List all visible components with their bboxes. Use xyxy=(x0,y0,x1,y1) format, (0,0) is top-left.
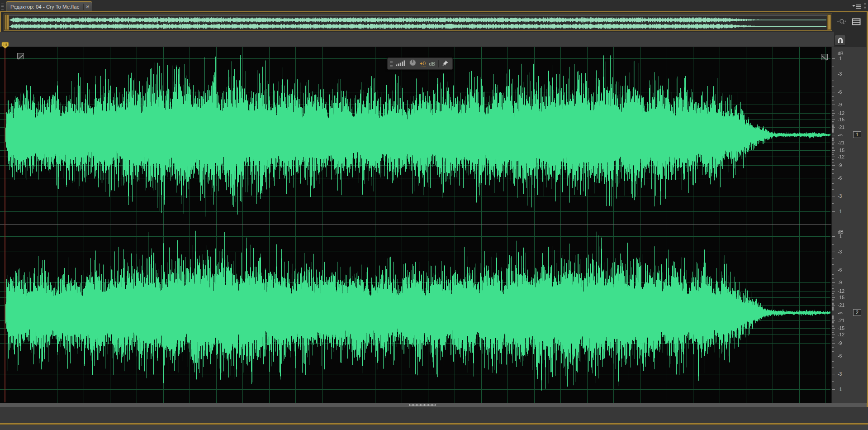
navigator-right-handle[interactable] xyxy=(827,14,831,30)
db-label: -12 xyxy=(838,288,844,294)
transport-bar: 0:00.000 xyxy=(0,407,868,423)
db-label: -6 xyxy=(838,353,842,358)
playhead-handle[interactable] xyxy=(1,42,9,51)
panel-drag-handle[interactable] xyxy=(1,3,4,10)
volume-hud[interactable]: +0 dB xyxy=(387,57,453,70)
db-label: -12 xyxy=(838,332,844,337)
timeline-ruler[interactable]: чмс 0:05,00:10,00:15,00:20,00:25,00:30,0… xyxy=(0,32,834,47)
overview-navigator[interactable] xyxy=(4,14,832,31)
db-label: -15 xyxy=(838,117,844,122)
panel-focus-border-top xyxy=(0,11,868,12)
db-label: -12 xyxy=(838,110,844,116)
db-label: -21 xyxy=(838,140,844,145)
navigator-left-handle[interactable] xyxy=(5,14,9,30)
db-label: -3 xyxy=(838,193,842,199)
gain-unit-label: dB xyxy=(429,61,435,67)
level-bars-icon xyxy=(396,60,406,68)
panel-list-icon[interactable] xyxy=(852,18,862,28)
playhead-line[interactable] xyxy=(5,47,5,402)
db-label: -9 xyxy=(838,340,842,346)
db-label: -15 xyxy=(838,148,844,153)
db-label: -6 xyxy=(838,175,842,181)
db-label: -3 xyxy=(838,249,842,254)
db-label: -1 xyxy=(838,209,842,214)
zoom-out-magnifier-icon[interactable] xyxy=(837,18,846,28)
channel-divider[interactable] xyxy=(0,224,831,225)
pushpin-icon[interactable] xyxy=(442,60,449,68)
tab-title: Редактор: 04 - Cry To Me.flac xyxy=(10,4,79,10)
db-label: -15 xyxy=(838,295,844,300)
db-label: -3 xyxy=(838,71,842,76)
channel-badge[interactable]: 2 xyxy=(853,309,861,316)
db-infinity-label: -∞ xyxy=(838,132,843,138)
db-label: -6 xyxy=(838,89,842,95)
hud-divider xyxy=(438,60,439,67)
gain-value[interactable]: +0 xyxy=(420,61,426,67)
db-label: -21 xyxy=(838,318,844,323)
channel-badge[interactable]: 1 xyxy=(853,131,861,138)
db-label: -21 xyxy=(838,124,844,130)
db-label: -1 xyxy=(838,234,842,239)
gain-knob-icon[interactable] xyxy=(409,59,417,68)
amplitude-scale[interactable] xyxy=(831,47,867,403)
db-label: -15 xyxy=(838,325,844,331)
status-bar: Read libsndfile completed in 1.88 second… xyxy=(0,425,868,430)
db-infinity-label: -∞ xyxy=(838,310,843,315)
panel-menu-icon[interactable] xyxy=(852,3,862,11)
scrollbar-grip[interactable] xyxy=(409,404,436,406)
db-label: -6 xyxy=(838,267,842,272)
editor-tab-bar: Редактор: 04 - Cry To Me.flac ▾ × xyxy=(0,0,868,12)
fade-out-handle[interactable] xyxy=(821,54,828,60)
scale-ticks xyxy=(832,47,837,403)
snap-magnet-button[interactable] xyxy=(835,35,846,46)
waveform-canvas[interactable] xyxy=(0,47,831,403)
db-label: -3 xyxy=(838,371,842,377)
db-label: -12 xyxy=(838,154,844,159)
hud-drag-handle[interactable] xyxy=(390,60,393,67)
db-label: -21 xyxy=(838,302,844,308)
panel-edge-grip[interactable] xyxy=(864,2,866,9)
db-label: -9 xyxy=(838,102,842,107)
overview-waveform[interactable] xyxy=(9,16,826,30)
db-label: -1 xyxy=(838,387,842,392)
tab-editor-file[interactable]: Редактор: 04 - Cry To Me.flac ▾ xyxy=(6,1,92,11)
db-label: -1 xyxy=(838,56,842,61)
db-label: -9 xyxy=(838,162,842,168)
close-icon[interactable]: × xyxy=(84,4,90,10)
db-label: -9 xyxy=(838,280,842,285)
waveform-display[interactable] xyxy=(0,47,831,403)
fade-in-handle[interactable] xyxy=(17,53,24,59)
